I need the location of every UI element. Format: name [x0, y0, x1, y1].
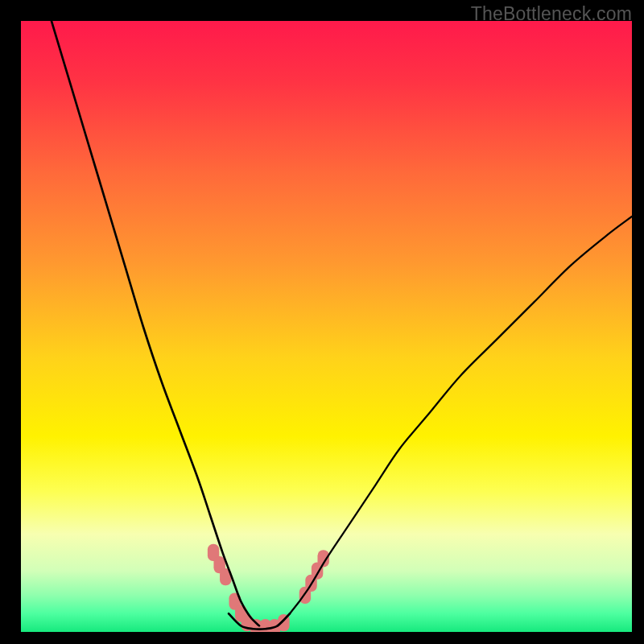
curve-left-branch [52, 21, 259, 625]
curve-right-branch [278, 217, 632, 626]
watermark-text: TheBottleneck.com [471, 3, 632, 25]
plot-area [21, 21, 632, 632]
marker-layer [208, 544, 329, 632]
chart-stage: TheBottleneck.com [0, 0, 644, 644]
chart-curves [21, 21, 632, 632]
